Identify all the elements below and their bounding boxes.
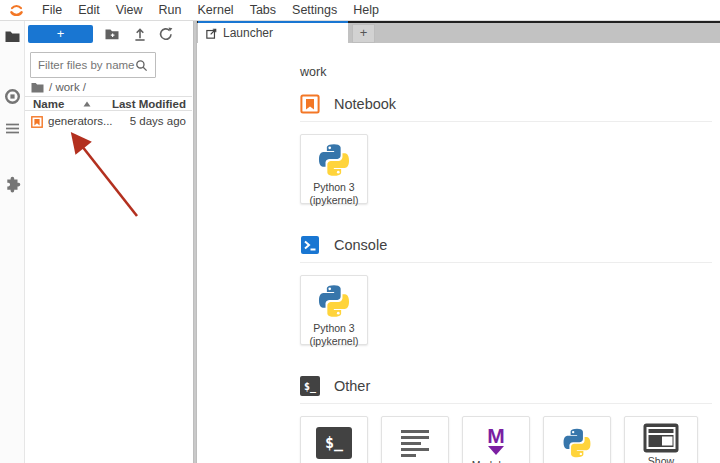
file-name: generators... [48,115,113,127]
jupyter-logo-icon [8,3,25,18]
launcher-card-python-file[interactable]: Python File [543,416,611,463]
running-kernels-icon[interactable] [4,88,21,105]
file-browser-toolbar: + [25,24,193,44]
new-folder-icon[interactable] [104,26,120,42]
breadcrumb[interactable]: / work / [31,81,86,93]
new-launcher-button[interactable]: + [28,25,93,43]
add-tab-button[interactable]: + [352,24,375,43]
search-icon [135,59,148,72]
section-notebook-title: Notebook [334,96,396,112]
column-header-name[interactable]: Name [33,97,64,111]
section-console-title: Console [334,237,387,253]
terminal-icon: $_ [300,376,320,396]
home-folder-icon [31,82,44,93]
launcher-card-markdown-file[interactable]: M Markdown File [462,416,530,463]
console-icon [300,235,320,255]
file-browser-folder-icon[interactable] [4,28,21,45]
table-of-contents-icon[interactable] [4,120,21,137]
card-label: Python 3 (ipykernel) [301,322,367,348]
menu-run[interactable]: Run [151,0,190,20]
column-header-last-modified[interactable]: Last Modified [112,97,186,111]
breadcrumb-path: / work / [49,81,86,93]
section-other-title: Other [334,378,370,394]
python-icon [315,282,353,320]
filter-files-box [30,52,156,78]
launcher-card-console-python3[interactable]: Python 3 (ipykernel) [300,275,368,345]
launcher-card-terminal[interactable]: $_ Terminal [300,416,368,463]
card-label: Python 3 (ipykernel) [301,181,367,207]
file-list-header: Name Last Modified [25,96,192,111]
text-file-icon [401,430,429,457]
left-activity-bar [0,21,25,463]
menu-bar: File Edit View Run Kernel Tabs Settings … [0,0,720,21]
file-row[interactable]: generators... 5 days ago [25,112,192,132]
terminal-icon: $_ [316,427,352,459]
launcher-cwd: work [300,43,712,79]
tab-launcher-label: Launcher [223,26,273,40]
section-other: $_ Other $_ Terminal [300,376,712,463]
notebook-file-icon [31,116,43,128]
tab-launcher[interactable]: Launcher [198,21,348,43]
filter-files-input[interactable] [38,54,136,76]
section-other-header: $_ Other [300,376,712,404]
section-console: Console Python 3 (ipykernel) [300,235,712,361]
launcher-card-contextual-help[interactable]: Show Contextual Help [624,416,698,463]
launcher-card-text-file[interactable]: Text File [381,416,449,463]
notebook-icon [300,94,320,114]
tab-bar: Launcher + [197,21,720,43]
menu-file[interactable]: File [34,0,70,20]
launcher-card-notebook-python3[interactable]: Python 3 (ipykernel) [300,134,368,204]
markdown-icon: M [487,425,505,455]
section-notebook-header: Notebook [300,94,712,122]
menu-kernel[interactable]: Kernel [190,0,242,20]
section-console-header: Console [300,235,712,263]
menu-help[interactable]: Help [345,0,387,20]
card-label: Markdown File [463,459,529,463]
file-browser-panel: + / work / Name Last Modified [25,21,193,463]
upload-icon[interactable] [132,26,148,42]
launcher-tab-icon [206,28,217,39]
sort-ascending-icon [83,101,91,107]
card-label: Show Contextual Help [625,455,697,463]
menu-view[interactable]: View [108,0,151,20]
extension-manager-icon[interactable] [4,176,21,193]
python-icon [315,141,353,179]
section-notebook: Notebook Python 3 (ipykernel) [300,94,712,220]
main-dock-panel: Launcher + work Notebook [197,21,720,463]
menu-tabs[interactable]: Tabs [242,0,284,20]
contextual-help-icon [643,423,679,453]
file-last-modified: 5 days ago [130,115,186,127]
launcher-panel: work Notebook [197,43,720,463]
menu-edit[interactable]: Edit [70,0,108,20]
refresh-icon[interactable] [158,26,174,42]
python-icon [560,426,594,460]
menu-settings[interactable]: Settings [284,0,345,20]
